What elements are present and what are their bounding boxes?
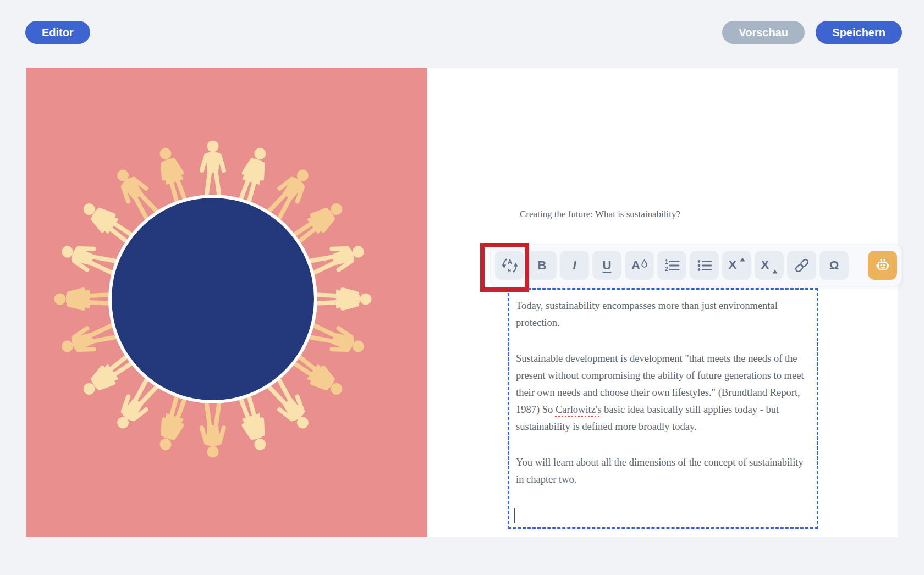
robot-icon: [874, 257, 892, 274]
font-color-icon: A: [631, 259, 647, 272]
bold-button[interactable]: B: [527, 251, 557, 280]
italic-button[interactable]: I: [560, 251, 589, 280]
svg-text:2: 2: [665, 266, 668, 272]
sustainability-illustration: [26, 68, 427, 537]
bullet-list-icon: [696, 257, 713, 274]
rich-text-editing-area[interactable]: Today, sustainability encompasses more t…: [508, 288, 818, 529]
lesson-kicker: Creating the future: What is sustainabil…: [520, 209, 680, 220]
editor-button[interactable]: Editor: [25, 21, 90, 44]
svg-text:1: 1: [665, 259, 668, 265]
speichern-button[interactable]: Speichern: [816, 21, 902, 44]
ordered-list-button[interactable]: 1 2: [657, 251, 686, 280]
bullet-list-button[interactable]: [690, 251, 719, 280]
svg-text:A: A: [508, 258, 512, 264]
paragraph: Sustainable development is development "…: [516, 350, 809, 435]
text-cursor: [514, 508, 515, 523]
underline-icon: U: [603, 259, 612, 272]
translate-icon: A я: [501, 256, 519, 275]
paragraph: Today, sustainability encompasses more t…: [516, 297, 809, 331]
ordered-list-icon: 1 2: [663, 257, 681, 274]
omega-icon: Ω: [829, 259, 839, 272]
spellcheck-marked-word: Carlowitz's: [556, 404, 602, 415]
content-card: Creating the future: What is sustainabil…: [26, 68, 898, 537]
formatting-toolbar: A я B I U A 1 2: [490, 244, 902, 286]
translate-button[interactable]: A я: [495, 251, 524, 280]
bold-icon: B: [538, 259, 547, 272]
link-button[interactable]: [787, 251, 816, 280]
vorschau-button[interactable]: Vorschau: [722, 21, 805, 44]
svg-text:я: я: [507, 267, 510, 273]
underline-button[interactable]: U: [592, 251, 622, 280]
superscript-icon: X: [729, 257, 745, 274]
globe-graphic: [108, 195, 317, 403]
link-icon: [793, 257, 811, 274]
page: { "header": { "editor_button": "Editor",…: [0, 0, 924, 575]
italic-icon: I: [573, 259, 576, 272]
subscript-button[interactable]: X: [755, 251, 784, 280]
subscript-icon: X: [761, 257, 778, 274]
font-color-button[interactable]: A: [625, 251, 654, 280]
paragraph: You will learn about all the dimensions …: [516, 454, 809, 488]
superscript-button[interactable]: X: [722, 251, 751, 280]
special-character-button[interactable]: Ω: [820, 251, 849, 280]
ai-assistant-button[interactable]: [868, 251, 897, 280]
